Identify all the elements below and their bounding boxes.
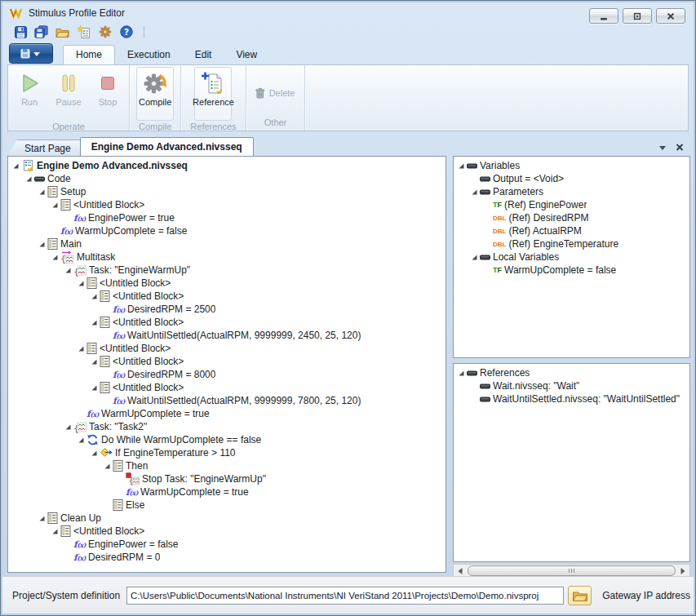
close-document-icon[interactable] [676, 144, 684, 151]
tree-item[interactable]: Code [8, 172, 446, 185]
expander-icon[interactable] [470, 254, 479, 261]
expander-icon[interactable] [24, 175, 33, 183]
expander-icon[interactable] [90, 319, 99, 326]
tree-item[interactable]: {Multitask [8, 250, 446, 264]
tree-item[interactable]: TF(Ref) EnginePower [454, 198, 689, 211]
pause-button[interactable]: Pause [50, 67, 87, 121]
tree-item[interactable]: f(x)WarmUpComplete = true [8, 485, 446, 499]
tree-item[interactable]: DBL(Ref) ActualRPM [454, 224, 689, 237]
tree-item[interactable]: <Untitled Block> [8, 198, 446, 211]
tree-item[interactable]: f(x)WarmUpComplete = false [8, 224, 446, 237]
tree-item[interactable]: f(x)WaitUntilSettled(ActualRPM, 9999999,… [8, 329, 446, 342]
tree-item[interactable]: <Untitled Block> [8, 342, 446, 355]
ribbon-tab-view[interactable]: View [224, 46, 269, 64]
document-tab-engine-demo-advanced-nivsseq[interactable]: Engine Demo Advanced.nivsseq [80, 137, 254, 156]
tree-item[interactable]: f(x)DesiredRPM = 0 [8, 551, 446, 564]
expander-icon[interactable] [457, 162, 466, 170]
help-button[interactable]: ? [118, 24, 135, 40]
save-all-button[interactable] [33, 24, 50, 40]
tree-item[interactable]: Setup [8, 185, 446, 198]
expander-icon[interactable] [51, 202, 60, 209]
scrollbar-thumb[interactable] [468, 565, 676, 576]
tree-item[interactable]: {Task: "EngineWarmUp" [8, 264, 446, 277]
tree-item[interactable]: Do While WarmUpComplete == false [8, 433, 446, 446]
expander-icon[interactable] [64, 267, 73, 274]
save-all-icon [34, 25, 49, 39]
tree-item[interactable]: <Untitled Block> [8, 316, 446, 329]
tree-item[interactable]: Engine Demo Advanced.nivsseq [8, 159, 446, 172]
expander-icon[interactable] [77, 437, 86, 444]
expander-icon[interactable] [90, 293, 99, 300]
scroll-right-button[interactable] [676, 565, 689, 577]
tree-item-label: <Untitled Block> [100, 277, 171, 289]
expander-icon[interactable] [90, 450, 99, 457]
reference-button[interactable]: Reference [194, 67, 232, 121]
expander-icon[interactable] [51, 528, 60, 535]
tree-item[interactable]: DBL(Ref) DesiredRPM [454, 211, 689, 224]
tree-item[interactable]: Clean Up [8, 512, 446, 525]
tree-item[interactable]: DBL(Ref) EngineTemperature [454, 237, 689, 250]
tree-item[interactable]: f(x)DesiredRPM = 2500 [8, 303, 446, 316]
ribbon-tab-home[interactable]: Home [63, 45, 115, 64]
expander-icon[interactable] [38, 241, 47, 248]
delete-button[interactable]: Delete [249, 86, 303, 101]
tree-item[interactable]: Then [8, 459, 446, 472]
minimize-button[interactable] [589, 8, 618, 24]
button-label: Stop [99, 97, 117, 107]
expander-icon[interactable] [90, 384, 99, 392]
tree-item[interactable]: {Task: "Task2" [8, 420, 446, 433]
tree-item[interactable]: Parameters [454, 185, 689, 198]
settings-button[interactable] [97, 24, 113, 40]
tree-item[interactable]: f(x)WaitUntilSettled(ActualRPM, 9999999,… [8, 394, 446, 407]
tree-item[interactable]: Wait.nivsseq: "Wait" [454, 379, 689, 392]
tree-item[interactable]: TFWarmUpComplete = false [454, 264, 689, 277]
scroll-left-button[interactable] [454, 565, 467, 577]
expander-icon[interactable] [38, 515, 47, 522]
tree-item[interactable]: f(x)EnginePower = true [8, 211, 446, 224]
tree-item[interactable]: <Untitled Block> [8, 290, 446, 303]
expander-icon[interactable] [77, 345, 86, 352]
save-button[interactable] [12, 24, 29, 40]
tree-item[interactable]: References [454, 366, 689, 379]
tree-item[interactable]: Output = <Void> [454, 172, 689, 185]
project-path-input[interactable] [126, 587, 564, 605]
close-button[interactable] [656, 8, 685, 24]
expander-icon[interactable] [64, 423, 73, 431]
compile-button[interactable]: Compile [136, 67, 174, 121]
document-tab-start-page[interactable]: Start Page [7, 140, 86, 156]
tree-item[interactable]: <Untitled Block> [8, 277, 446, 290]
expander-icon[interactable] [38, 188, 47, 196]
tree-item[interactable]: <Untitled Block> [8, 355, 446, 368]
tab-list-dropdown-icon[interactable] [658, 144, 667, 151]
browse-project-button[interactable] [568, 586, 592, 605]
expander-icon[interactable] [103, 463, 112, 470]
tree-item[interactable]: Main [8, 237, 446, 250]
ribbon-group-other: DeleteOther [246, 65, 306, 131]
restore-button[interactable] [623, 8, 652, 24]
stop-button[interactable]: Stop [89, 67, 126, 121]
tree-item[interactable]: f(x)WarmUpComplete = true [8, 407, 446, 420]
run-button[interactable]: Run [11, 67, 48, 121]
tree-item[interactable]: f(x)EnginePower = false [8, 538, 446, 551]
application-menu-button[interactable] [9, 43, 53, 64]
ribbon-tab-edit[interactable]: Edit [183, 46, 224, 64]
tree-item[interactable]: <Untitled Block> [8, 525, 446, 538]
ribbon-tab-execution[interactable]: Execution [115, 46, 183, 64]
tree-item[interactable]: {Stop Task: "EngineWarmUp" [8, 472, 446, 485]
tree-item[interactable]: WaitUntilSettled.nivsseq: "WaitUntilSett… [454, 392, 689, 405]
expander-icon[interactable] [11, 162, 20, 170]
expander-icon[interactable] [470, 188, 479, 196]
open-button[interactable] [55, 24, 71, 40]
tree-item[interactable]: Else [8, 499, 446, 512]
expander-icon[interactable] [51, 254, 60, 261]
tree-item[interactable]: If EngineTemperature > 110 [8, 446, 446, 459]
tree-item[interactable]: Local Variables [454, 250, 689, 264]
tree-item[interactable]: <Untitled Block> [8, 381, 446, 394]
new-sequence-button[interactable] [76, 24, 92, 40]
button-label: Delete [269, 88, 295, 98]
expander-icon[interactable] [457, 370, 466, 377]
expander-icon[interactable] [77, 280, 86, 287]
expander-icon[interactable] [90, 358, 99, 366]
tree-item[interactable]: Variables [454, 159, 689, 172]
tree-item[interactable]: f(x)DesiredRPM = 8000 [8, 368, 446, 381]
